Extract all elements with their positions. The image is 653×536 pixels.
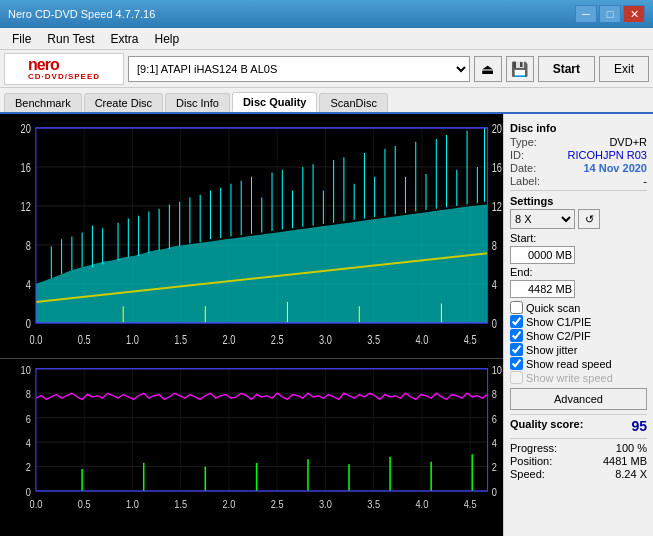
start-input[interactable]: [510, 246, 575, 264]
svg-text:2: 2: [26, 461, 31, 473]
tab-bar: Benchmark Create Disc Disc Info Disc Qua…: [0, 88, 653, 114]
disc-id-row: ID: RICOHJPN R03: [510, 149, 647, 161]
svg-text:1.0: 1.0: [126, 332, 139, 346]
disc-date-row: Date: 14 Nov 2020: [510, 162, 647, 174]
eject-button[interactable]: ⏏: [474, 56, 502, 82]
exit-button[interactable]: Exit: [599, 56, 649, 82]
show-read-speed-checkbox[interactable]: [510, 357, 523, 370]
tab-disc-info[interactable]: Disc Info: [165, 93, 230, 112]
advanced-button[interactable]: Advanced: [510, 388, 647, 410]
position-value: 4481 MB: [603, 455, 647, 467]
svg-text:8: 8: [492, 239, 497, 253]
disc-label-value: -: [643, 175, 647, 187]
bottom-chart-svg: 10 8 6 4 2 0 10 8 6 4 2 0 0.0 0.5 1.0 1.…: [0, 359, 503, 536]
svg-text:8: 8: [26, 239, 31, 253]
speed-settings-row: 8 X 4 X 2 X Max ↺: [510, 209, 647, 229]
svg-text:2.5: 2.5: [271, 332, 284, 346]
disc-id-value: RICOHJPN R03: [568, 149, 647, 161]
close-button[interactable]: ✕: [623, 5, 645, 23]
show-read-speed-label: Show read speed: [526, 358, 612, 370]
minimize-button[interactable]: ─: [575, 5, 597, 23]
svg-text:8: 8: [26, 388, 31, 400]
svg-text:4.5: 4.5: [464, 332, 477, 346]
tab-create-disc[interactable]: Create Disc: [84, 93, 163, 112]
svg-text:0.5: 0.5: [78, 498, 91, 510]
svg-text:4.0: 4.0: [415, 498, 428, 510]
chart-top: 20 16 12 8 4 0 20 16 12 8 4 0 0.0 0.5 1.…: [0, 114, 503, 359]
show-c2pif-row: Show C2/PIF: [510, 329, 647, 342]
svg-text:4.5: 4.5: [464, 498, 477, 510]
quality-score-value: 95: [631, 418, 647, 434]
svg-text:0.0: 0.0: [30, 498, 43, 510]
svg-text:0.0: 0.0: [30, 332, 43, 346]
tab-disc-quality[interactable]: Disc Quality: [232, 92, 318, 112]
progress-section: Progress: 100 % Position: 4481 MB Speed:…: [510, 438, 647, 480]
show-jitter-row: Show jitter: [510, 343, 647, 356]
svg-text:0.5: 0.5: [78, 332, 91, 346]
show-c2pif-checkbox[interactable]: [510, 329, 523, 342]
svg-text:2.0: 2.0: [222, 332, 235, 346]
menu-file[interactable]: File: [4, 30, 39, 48]
logo-sub-text: CD·DVD/SPEED: [28, 73, 100, 81]
end-input[interactable]: [510, 280, 575, 298]
svg-text:2.0: 2.0: [223, 498, 236, 510]
svg-text:6: 6: [26, 413, 31, 425]
svg-text:3.5: 3.5: [367, 332, 380, 346]
refresh-button[interactable]: ↺: [578, 209, 600, 229]
main-content: 20 16 12 8 4 0 20 16 12 8 4 0 0.0 0.5 1.…: [0, 114, 653, 536]
svg-text:10: 10: [492, 364, 503, 376]
quality-score-row: Quality score: 95: [510, 414, 647, 434]
progress-value: 100 %: [616, 442, 647, 454]
quality-score-label: Quality score:: [510, 418, 583, 434]
tab-scan-disc[interactable]: ScanDisc: [319, 93, 387, 112]
progress-row: Progress: 100 %: [510, 442, 647, 454]
toolbar: nero CD·DVD/SPEED [9:1] ATAPI iHAS124 B …: [0, 50, 653, 88]
svg-text:3.0: 3.0: [319, 498, 332, 510]
svg-text:20: 20: [492, 122, 502, 136]
title-bar-title: Nero CD-DVD Speed 4.7.7.16: [8, 8, 155, 20]
svg-text:1.0: 1.0: [126, 498, 139, 510]
svg-text:2.5: 2.5: [271, 498, 284, 510]
svg-text:4: 4: [26, 437, 31, 449]
disc-date-label: Date:: [510, 162, 536, 174]
title-bar: Nero CD-DVD Speed 4.7.7.16 ─ □ ✕: [0, 0, 653, 28]
tab-benchmark[interactable]: Benchmark: [4, 93, 82, 112]
title-bar-controls: ─ □ ✕: [575, 5, 645, 23]
panel-divider-1: [510, 190, 647, 191]
save-button[interactable]: 💾: [506, 56, 534, 82]
menu-extra[interactable]: Extra: [102, 30, 146, 48]
disc-date-value: 14 Nov 2020: [583, 162, 647, 174]
chart-bottom: 10 8 6 4 2 0 10 8 6 4 2 0 0.0 0.5 1.0 1.…: [0, 359, 503, 536]
progress-label: Progress:: [510, 442, 557, 454]
show-write-speed-label: Show write speed: [526, 372, 613, 384]
drive-select[interactable]: [9:1] ATAPI iHAS124 B AL0S: [128, 56, 470, 82]
svg-text:1.5: 1.5: [174, 498, 187, 510]
disc-label-label: Label:: [510, 175, 540, 187]
start-label: Start:: [510, 232, 647, 244]
svg-text:0: 0: [492, 317, 497, 331]
svg-text:4: 4: [26, 278, 31, 292]
show-write-speed-row: Show write speed: [510, 371, 647, 384]
quick-scan-checkbox[interactable]: [510, 301, 523, 314]
menu-help[interactable]: Help: [147, 30, 188, 48]
show-c1pie-row: Show C1/PIE: [510, 315, 647, 328]
chart-area: 20 16 12 8 4 0 20 16 12 8 4 0 0.0 0.5 1.…: [0, 114, 503, 536]
disc-type-row: Type: DVD+R: [510, 136, 647, 148]
show-jitter-checkbox[interactable]: [510, 343, 523, 356]
start-button[interactable]: Start: [538, 56, 595, 82]
speed-row: Speed: 8.24 X: [510, 468, 647, 480]
top-chart-svg: 20 16 12 8 4 0 20 16 12 8 4 0 0.0 0.5 1.…: [0, 114, 503, 358]
menu-run-test[interactable]: Run Test: [39, 30, 102, 48]
svg-text:0: 0: [26, 317, 31, 331]
svg-text:4: 4: [492, 278, 497, 292]
speed-value: 8.24 X: [615, 468, 647, 480]
svg-text:16: 16: [21, 161, 31, 175]
svg-text:3.5: 3.5: [367, 498, 380, 510]
show-jitter-label: Show jitter: [526, 344, 577, 356]
maximize-button[interactable]: □: [599, 5, 621, 23]
end-label: End:: [510, 266, 647, 278]
svg-text:8: 8: [492, 388, 497, 400]
show-c1pie-checkbox[interactable]: [510, 315, 523, 328]
speed-label: Speed:: [510, 468, 545, 480]
speed-select[interactable]: 8 X 4 X 2 X Max: [510, 209, 575, 229]
